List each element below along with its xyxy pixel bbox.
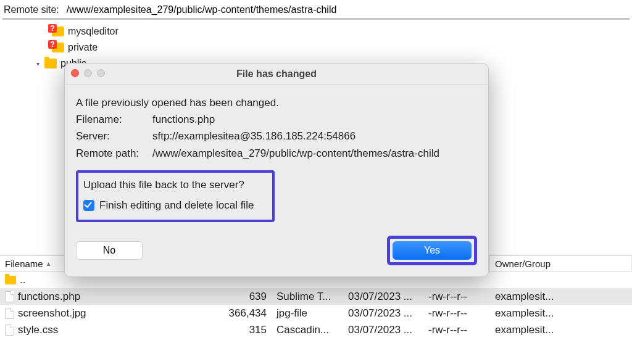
chevron-down-icon[interactable]: ▾ [35,60,41,67]
dialog-titlebar[interactable]: File has changed [65,64,488,85]
remote-site-label: Remote site: [4,4,59,15]
server-value: sftp://examplesitea@35.186.185.224:54866 [152,128,356,144]
file-size: 639 [222,291,272,303]
file-mod: 03/07/2023 ... [343,291,423,303]
file-icon [5,291,14,302]
file-row[interactable]: screenshot.jpg 366,434 jpg-file 03/07/20… [0,305,632,321]
tree-item-mysqleditor[interactable]: ? mysqleditor [52,23,632,39]
file-size: 315 [222,324,272,336]
file-name: style.css [18,324,58,336]
no-button[interactable]: No [76,241,143,260]
tree-item-label: private [68,42,98,53]
file-perm: -rw-r--r-- [423,324,490,336]
dialog-title: File has changed [236,68,317,80]
server-label: Server: [76,128,152,144]
window-controls [71,69,105,77]
minimize-icon[interactable] [84,69,92,77]
column-label: Filename [5,259,43,269]
file-row[interactable]: style.css 315 Cascadin... 03/07/2023 ...… [0,321,632,338]
sort-asc-icon: ▲ [46,260,52,267]
file-row[interactable]: functions.php 639 Sublime T... 03/07/202… [0,288,632,305]
file-perm: -rw-r--r-- [423,307,490,320]
file-owner: examplesit... [490,324,632,336]
file-icon [5,325,14,336]
file-type: jpg-file [272,307,343,320]
file-owner: examplesit... [490,307,632,320]
updir-label: .. [20,274,25,286]
folder-up-icon [5,276,16,284]
file-icon [5,308,14,319]
file-type: Cascadin... [272,324,343,336]
tree-item-label: mysqleditor [68,26,118,37]
remotepath-label: Remote path: [76,145,152,162]
file-mod: 03/07/2023 ... [343,307,423,320]
checkbox-checked-icon [83,200,94,211]
file-type: Sublime T... [272,291,343,303]
remotepath-value: /www/examplesitea_279/public/wp-content/… [152,145,439,162]
file-perm: -rw-r--r-- [423,291,490,303]
file-name: functions.php [18,291,80,303]
maximize-icon[interactable] [97,69,105,77]
file-list[interactable]: .. functions.php 639 Sublime T... 03/07/… [0,271,632,338]
folder-question-icon: ? [52,27,64,36]
upload-question: Upload this file back to the server? [83,176,267,193]
file-name: screenshot.jpg [18,307,86,320]
folder-icon [44,59,57,68]
file-changed-dialog: File has changed A file previously opene… [64,63,489,277]
checkbox-label: Finish editing and delete local file [99,197,254,213]
divider [2,19,630,20]
remote-site-input[interactable] [64,3,628,17]
tree-item-private[interactable]: ? private [52,39,632,56]
filename-label: Filename: [76,111,152,128]
file-mod: 03/07/2023 ... [343,324,423,336]
column-owner[interactable]: Owner/Group [490,256,632,271]
yes-button[interactable]: Yes [393,241,472,260]
close-icon[interactable] [71,69,79,77]
finish-editing-checkbox[interactable]: Finish editing and delete local file [83,197,267,213]
yes-highlight: Yes [387,236,477,265]
file-size: 366,434 [222,307,272,320]
dialog-message: A file previously opened has been change… [76,94,477,111]
file-owner: examplesit... [490,291,632,303]
folder-question-icon: ? [52,43,64,52]
upload-highlight: Upload this file back to the server? Fin… [76,170,275,222]
filename-value: functions.php [152,111,215,128]
column-label: Owner/Group [495,259,551,269]
